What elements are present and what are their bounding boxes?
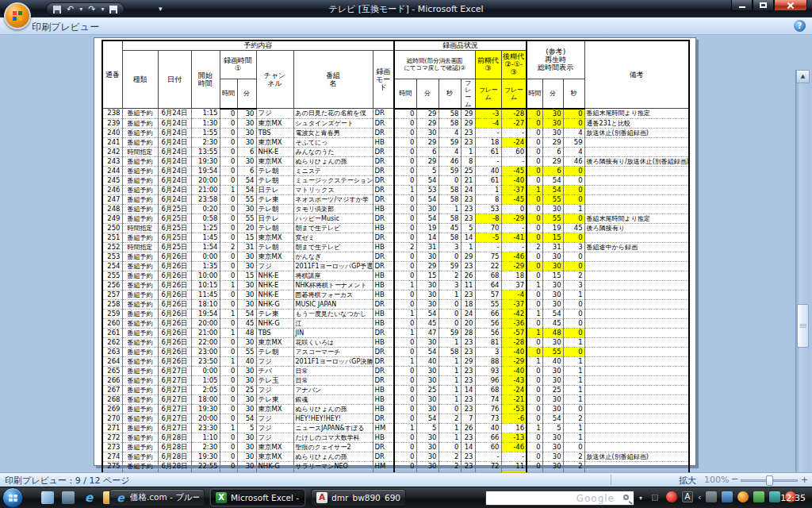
office-button[interactable] [4, 2, 31, 29]
tab-print-preview[interactable]: 印刷プレビュー [27, 20, 104, 35]
table-row: 239番組予約6月24日1:30030東京MXシュタインズゲートDR029582… [102, 118, 689, 128]
vertical-scrollbar[interactable]: ▲ ▼ [795, 70, 809, 507]
cell: 2 [563, 461, 584, 471]
cell: 3 [563, 242, 584, 252]
qat-customize-icon[interactable]: ▾ [159, 5, 163, 13]
search-box[interactable]: Google [485, 491, 634, 506]
cell: 240 [102, 128, 122, 137]
cell: 48 [237, 328, 256, 337]
cell: 0 [527, 156, 542, 166]
cell: -53 [501, 404, 527, 414]
cell: 6月26日 [158, 261, 191, 271]
cell: 53 [416, 185, 439, 194]
cell: 23:50 [191, 356, 220, 366]
minimize-button[interactable] [731, 0, 753, 11]
scrollbar-thumb[interactable] [797, 304, 809, 348]
search-dropdown-icon[interactable]: ▾ [639, 495, 642, 502]
internet-explorer-icon[interactable]: e [82, 491, 95, 504]
cell: 0 [527, 147, 542, 156]
cell: 244 [102, 166, 122, 175]
maximize-button[interactable] [753, 0, 774, 11]
cell: DR [373, 414, 394, 423]
lan-tray-icon[interactable] [769, 491, 780, 502]
start-button[interactable] [2, 487, 23, 508]
cell: 258 [102, 299, 122, 309]
cell: HM [373, 461, 394, 471]
taskbar-clock[interactable]: 12:35 [780, 493, 806, 503]
cell: 18 [461, 299, 475, 309]
print-preview-icon[interactable] [109, 6, 117, 13]
zoom-in-icon[interactable]: + [801, 475, 808, 485]
cell: 30 [237, 461, 256, 471]
cell: 15 [542, 271, 563, 280]
update-tray-icon[interactable] [737, 491, 749, 502]
cell: 番組予約 [122, 366, 158, 375]
task-button-pdf[interactable]: Admr_bw890_690.... [311, 489, 406, 506]
table-row: 244番組予約6月24日19:5406テレ朝ミニステDR05592540-450… [102, 166, 689, 175]
cell: 番組予約 [122, 423, 158, 433]
close-button[interactable] [774, 0, 807, 11]
search-icon[interactable] [623, 495, 629, 500]
scroll-up-icon[interactable]: ▲ [796, 70, 810, 83]
cell: 18 [475, 137, 501, 147]
cell: 8 [475, 194, 501, 204]
cell: 東京MX [256, 404, 293, 414]
cell: 番組予約 [122, 233, 158, 242]
cell: -46 [501, 442, 527, 452]
undo-dropdown-icon[interactable]: ▾ [79, 6, 82, 13]
redo-dropdown-icon[interactable]: ▾ [101, 6, 104, 13]
cell: 54 [542, 175, 563, 185]
remote-desktop-icon[interactable] [62, 491, 75, 504]
cell: 0 [527, 461, 542, 471]
cell: 6 [542, 166, 563, 175]
task-button-excel[interactable]: XMicrosoft Excel - ... [210, 489, 305, 506]
cell: 1 [439, 337, 461, 347]
cell: 番組予約 [122, 166, 158, 175]
table-row: 248番組予約6月25日0:20030テレ朝タモリ倶楽部HB0301235300… [102, 204, 689, 214]
ime-tray-icon[interactable]: A [682, 491, 693, 502]
cell: 6月24日 [158, 156, 191, 166]
cell: 6月26日 [158, 347, 191, 356]
zoom-out-icon[interactable]: − [731, 474, 738, 484]
cell: 61 [475, 147, 501, 156]
search-watermark: Google [576, 493, 615, 504]
show-desktop-icon[interactable] [41, 491, 54, 504]
cell: 19:30 [191, 156, 220, 166]
cell: 0 [394, 194, 416, 204]
cell: 6月26日 [158, 356, 191, 366]
display-tray-icon[interactable] [706, 491, 717, 502]
subheader-jikan: 時間 [394, 79, 416, 109]
security-tray-icon[interactable] [753, 491, 764, 502]
subheader-byo: 秒 [563, 79, 584, 109]
zoom-slider-thumb[interactable] [766, 475, 773, 486]
network-monitor-tray-icon[interactable] [722, 491, 733, 502]
cell: 東京MX [256, 137, 293, 147]
cell: 番組予約 [122, 185, 158, 194]
cell: 269 [102, 404, 122, 414]
save-icon[interactable] [53, 6, 61, 13]
cell: 1 [394, 309, 416, 318]
help-icon[interactable]: ? [794, 20, 806, 32]
header-sojikan: 総時間(部分消去画面 にてコマ戻しで確認)② [394, 50, 475, 79]
cell: 72 [475, 461, 501, 471]
cell: 番組末尾時間より推定 [584, 214, 689, 223]
search-options-icon[interactable] [652, 495, 658, 501]
cell: タモリ倶楽部 [293, 204, 373, 214]
cell: 0 [439, 404, 461, 414]
antivirus-tray-icon[interactable] [666, 491, 677, 502]
title-bar: テレビ [互換モード] - Microsoft Excel ↶▾ ↷▾ ▾ [0, 0, 812, 17]
table-row: 265番組予約6月27日0:00030チバ日常DR03012393-400301 [102, 366, 689, 375]
task-button-internet-explorer[interactable]: e価格.com - ブルー... [109, 489, 205, 506]
cell: 0 [220, 194, 237, 204]
cell: 番組予約 [122, 356, 158, 366]
tray-collapse-icon[interactable]: ‹ [698, 492, 701, 502]
undo-icon[interactable]: ↶ [67, 5, 74, 13]
redo-icon[interactable]: ↷ [88, 5, 95, 13]
header-mae-nori: 前糊代 ③ [475, 50, 501, 79]
cell: 0 [527, 252, 542, 261]
cell: 1 [563, 433, 584, 442]
cell: -28 [501, 109, 527, 119]
cell: 21 [461, 175, 475, 185]
cell: -36 [501, 318, 527, 328]
cell: 0 [394, 147, 416, 156]
